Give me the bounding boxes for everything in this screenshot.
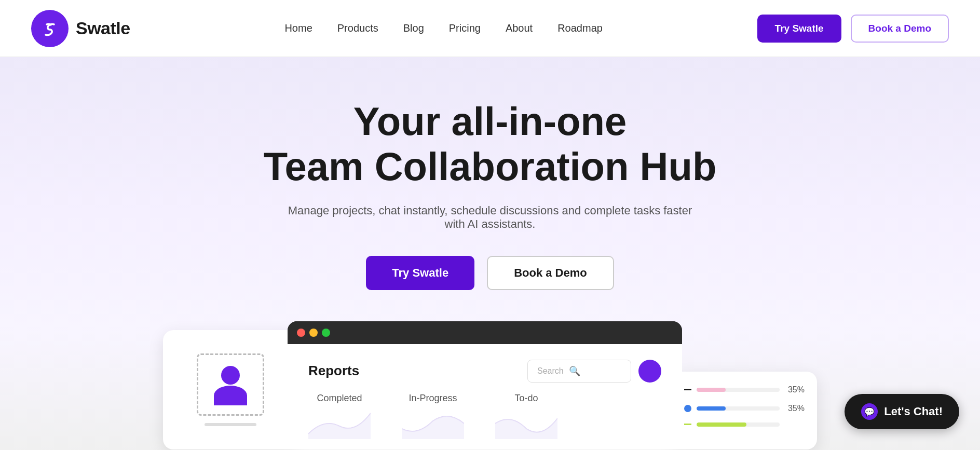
navbar: Swatle Home Products Blog Pricing About …: [0, 0, 980, 57]
hero-section: Your all-in-one Team Collaboration Hub M…: [0, 57, 980, 450]
app-header-row: Reports Search 🔍: [308, 360, 661, 383]
chart-row-1: 35%: [684, 385, 805, 394]
chart-line-2: [684, 424, 691, 425]
avatar-body: [214, 386, 247, 405]
chat-bubble-icon: 💬: [861, 403, 878, 420]
main-nav: Home Products Blog Pricing About Roadmap: [284, 22, 602, 34]
app-screenshot: Reports Search 🔍 Completed: [288, 321, 682, 449]
profile-avatar-icon: [210, 364, 251, 405]
stat-todo-label: To-do: [514, 393, 538, 404]
chart-bar-track-2: [697, 406, 780, 411]
nav-item-blog[interactable]: Blog: [403, 22, 424, 34]
logo-text: Swatle: [76, 18, 130, 38]
minimize-dot: [309, 329, 318, 337]
profile-line: [205, 423, 256, 426]
stat-completed-label: Completed: [317, 393, 362, 404]
avatar-head: [221, 366, 240, 385]
chart-percent-2: 35%: [785, 404, 805, 413]
chat-button-label: Let's Chat!: [884, 405, 943, 418]
nav-item-home[interactable]: Home: [284, 22, 312, 34]
chart-dot-blue: [684, 405, 691, 412]
chart-bar-fill-1: [697, 388, 726, 392]
chat-button[interactable]: 💬 Let's Chat!: [845, 394, 959, 429]
nav-item-roadmap[interactable]: Roadmap: [557, 22, 603, 34]
chart-bar-fill-3: [697, 422, 746, 427]
hero-book-demo-button[interactable]: Book a Demo: [487, 256, 614, 290]
chart-panel: 35% 35%: [672, 372, 817, 449]
app-user-avatar: [638, 360, 661, 383]
chart-bar-container-3: [697, 422, 780, 427]
nav-item-products[interactable]: Products: [337, 22, 378, 34]
hero-preview-area: Reports Search 🔍 Completed: [0, 321, 980, 449]
app-stats-row: Completed In-Progress: [308, 393, 661, 449]
profile-card: [163, 330, 298, 449]
stat-todo: To-do: [495, 393, 557, 439]
nav-item-about[interactable]: About: [506, 22, 533, 34]
stat-in-progress-label: In-Progress: [409, 393, 457, 404]
stat-completed: Completed: [308, 393, 371, 439]
logo-icon: [31, 10, 69, 47]
profile-frame: [197, 353, 264, 416]
stat-in-progress: In-Progress: [402, 393, 464, 439]
chart-bar-container-1: [697, 388, 780, 392]
chart-line-1: [684, 389, 691, 390]
navbar-actions: Try Swatle Book a Demo: [757, 15, 949, 43]
nav-book-demo-button[interactable]: Book a Demo: [851, 15, 949, 43]
maximize-dot: [322, 329, 330, 337]
hero-buttons: Try Swatle Book a Demo: [366, 256, 614, 290]
chart-bar-container-2: [697, 406, 780, 411]
app-search-placeholder: Search: [537, 366, 564, 376]
app-search-bar[interactable]: Search 🔍: [527, 360, 631, 383]
chart-row-2: 35%: [684, 404, 805, 413]
search-icon: 🔍: [569, 365, 580, 377]
app-content: Reports Search 🔍 Completed: [288, 344, 682, 449]
chart-row-3: [684, 422, 805, 427]
hero-try-swatle-button[interactable]: Try Swatle: [366, 256, 474, 290]
nav-try-swatle-button[interactable]: Try Swatle: [757, 15, 841, 43]
app-reports-title: Reports: [308, 363, 359, 379]
app-titlebar: [288, 321, 682, 344]
logo-link[interactable]: Swatle: [31, 10, 130, 47]
chart-percent-1: 35%: [785, 385, 805, 394]
hero-subtitle: Manage projects, chat instantly, schedul…: [282, 204, 698, 231]
chart-bar-track-1: [697, 388, 780, 392]
chart-bar-fill-2: [697, 406, 726, 411]
chart-bar-track-3: [697, 422, 780, 427]
nav-item-pricing[interactable]: Pricing: [449, 22, 481, 34]
hero-title: Your all-in-one Team Collaboration Hub: [264, 99, 717, 189]
close-dot: [297, 329, 305, 337]
